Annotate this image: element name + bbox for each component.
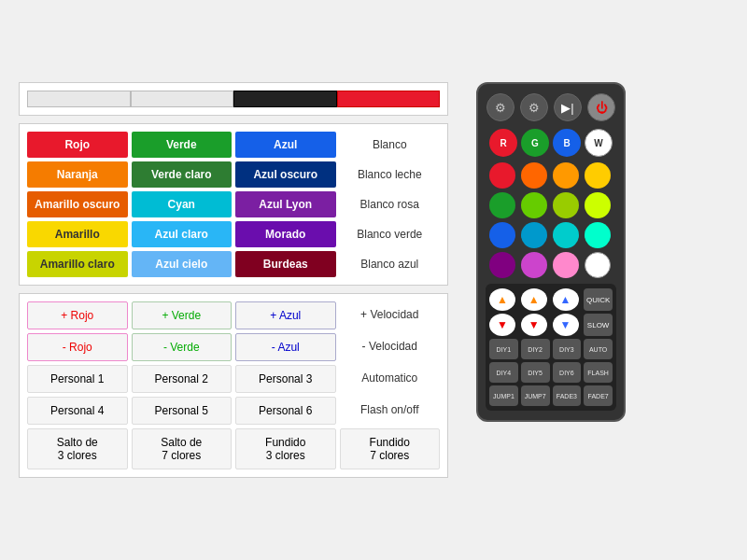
ctrl-button-4[interactable]: - Rojo (27, 333, 128, 361)
ctrl-button-17[interactable]: Salto de 7 clores (132, 428, 233, 469)
remote-auto-button[interactable]: AUTO (584, 339, 613, 359)
color-button-azul-lyon[interactable]: Azul Lyon (235, 191, 336, 217)
brillo-minus-button[interactable] (131, 91, 234, 107)
ctrl-button-18[interactable]: Fundido 3 clores (235, 428, 336, 469)
ctrl-label-3: + Velocidad (340, 301, 441, 329)
ctrl-label-7: - Velocidad (340, 333, 441, 361)
remote-jump1-button[interactable]: JUMP1 (489, 385, 518, 406)
ctrl-button-6[interactable]: - Azul (235, 333, 336, 361)
color-button-cyan[interactable]: Cyan (132, 191, 233, 217)
remote-color-dot-0[interactable] (489, 162, 515, 189)
color-button-burdeas[interactable]: Burdeas (235, 251, 336, 277)
ctrl-label-11: Automatico (340, 365, 441, 393)
color-button-amarillo-oscuro[interactable]: Amarillo oscuro (27, 191, 128, 217)
color-button-azul-oscuro[interactable]: Azul oscuro (235, 161, 336, 188)
color-button-azul[interactable]: Azul (235, 132, 336, 158)
ctrl-button-9[interactable]: Personal 2 (132, 365, 233, 393)
remote-color-dot-9[interactable] (521, 222, 547, 248)
remote-diy5-button[interactable]: DIY5 (521, 362, 550, 383)
remote-color-dot-10[interactable] (553, 222, 579, 248)
remote-color-dots (489, 162, 613, 278)
ctrl-label-15: Flash on/off (340, 397, 441, 425)
remote-color-dot-8[interactable] (489, 222, 515, 248)
remote-diy3-button[interactable]: DIY3 (553, 339, 582, 359)
remote-w-button[interactable]: W (585, 129, 613, 157)
main-container: RojoVerdeAzulBlancoNaranjaVerde claroAzu… (19, 82, 626, 478)
ctrl-button-12[interactable]: Personal 4 (27, 397, 128, 425)
ctrl-button-14[interactable]: Personal 6 (235, 397, 336, 425)
remote-color-dot-1[interactable] (521, 162, 547, 189)
remote-slow-button[interactable]: SLOW (584, 314, 613, 336)
ctrl-button-10[interactable]: Personal 3 (235, 365, 336, 393)
color-button-verde-claro[interactable]: Verde claro (132, 161, 233, 188)
remote-top-row: ⚙ ⚙ ▶| ⏻ (486, 93, 615, 121)
ctrl-button-8[interactable]: Personal 1 (27, 365, 128, 393)
remote-diy6-button[interactable]: DIY6 (553, 362, 582, 383)
remote-color-dot-15[interactable] (585, 252, 611, 278)
colors-section: RojoVerdeAzulBlancoNaranjaVerde claroAzu… (19, 123, 448, 286)
ctrl-button-16[interactable]: Salto de 3 clores (27, 428, 128, 469)
remote-up3-button[interactable]: ▲ (553, 288, 579, 311)
remote-jump7-button[interactable]: JUMP7 (521, 385, 550, 406)
remote-color-dot-12[interactable] (489, 252, 515, 278)
remote-diy4-button[interactable]: DIY4 (489, 362, 518, 383)
color-button-morado[interactable]: Morado (235, 221, 336, 247)
color-button-rojo[interactable]: Rojo (27, 132, 128, 158)
remote-flash-button[interactable]: FLASH (584, 362, 613, 383)
ctrl-button-0[interactable]: + Rojo (27, 301, 128, 329)
color-button-amarillo[interactable]: Amarillo (27, 221, 128, 247)
color-button-azul-claro[interactable]: Azul claro (132, 221, 233, 247)
remote-color-dot-6[interactable] (553, 192, 579, 218)
remote-diy2-button[interactable]: DIY2 (521, 339, 550, 359)
remote-arrow-section: ▲ ▲ ▲ QUICK ▼ ▼ ▼ SLOW DIY1 DIY2 DIY3 AU… (486, 284, 616, 411)
remote-control: ⚙ ⚙ ▶| ⏻ RGBW ▲ ▲ ▲ QUICK ▼ ▼ ▼ SLOW (476, 82, 626, 422)
remote-color-dot-5[interactable] (521, 192, 547, 218)
color-label-blanco-leche: Blanco leche (340, 161, 441, 188)
remote-r-button[interactable]: R (489, 129, 517, 157)
remote-color-dot-3[interactable] (585, 162, 611, 189)
color-label-blanco-azul: Blanco azul (340, 251, 441, 277)
remote-fade7-button[interactable]: FADE7 (584, 385, 613, 406)
remote-color-dot-7[interactable] (585, 192, 611, 218)
color-label-blanco: Blanco (340, 132, 441, 158)
ctrl-button-2[interactable]: + Azul (235, 301, 336, 329)
remote-color-dot-14[interactable] (553, 252, 579, 278)
on-off-button[interactable] (337, 91, 441, 107)
remote-color-dot-13[interactable] (521, 252, 547, 278)
remote-fade3-button[interactable]: FADE3 (553, 385, 582, 406)
controls-grid: + Rojo+ Verde+ Azul+ Velocidad- Rojo- Ve… (27, 301, 440, 469)
remote-up1-button[interactable]: ▲ (489, 288, 515, 311)
remote-b-button[interactable]: B (553, 129, 581, 157)
remote-down1-button[interactable]: ▼ (489, 314, 515, 336)
color-button-amarillo-claro[interactable]: Amarillo claro (27, 251, 128, 277)
remote-color-dot-4[interactable] (489, 192, 515, 218)
remote-play-button[interactable]: ▶| (554, 93, 582, 121)
remote-diy1-button[interactable]: DIY1 (489, 339, 518, 359)
control-panel: RojoVerdeAzulBlancoNaranjaVerde claroAzu… (19, 82, 448, 478)
ctrl-button-1[interactable]: + Verde (132, 301, 233, 329)
controls-section: + Rojo+ Verde+ Azul+ Velocidad- Rojo- Ve… (19, 293, 448, 478)
remote-down3-button[interactable]: ▼ (553, 314, 579, 336)
pause-play-button[interactable] (233, 91, 337, 107)
brillo-plus-button[interactable] (27, 91, 131, 107)
ctrl-button-13[interactable]: Personal 5 (132, 397, 233, 425)
color-button-azul-cielo[interactable]: Azul cielo (132, 251, 233, 277)
color-label-blanco-rosa: Blanco rosa (340, 191, 441, 217)
remote-color-dot-2[interactable] (553, 162, 579, 189)
remote-color-dot-11[interactable] (585, 222, 611, 248)
color-label-blanco-verde: Blanco verde (340, 221, 441, 247)
remote-down2-button[interactable]: ▼ (521, 314, 547, 336)
remote-up2-button[interactable]: ▲ (521, 288, 547, 311)
top-section (19, 82, 448, 116)
remote-rgbw-row: RGBW (489, 129, 613, 157)
color-button-verde[interactable]: Verde (132, 132, 233, 158)
ctrl-button-5[interactable]: - Verde (132, 333, 233, 361)
color-button-naranja[interactable]: Naranja (27, 161, 128, 188)
remote-settings2-button[interactable]: ⚙ (520, 93, 548, 121)
remote-settings1-button[interactable]: ⚙ (486, 93, 514, 121)
remote-power-button[interactable]: ⏻ (587, 93, 615, 121)
ctrl-button-19[interactable]: Fundido 7 clores (340, 428, 441, 469)
remote-quick-button[interactable]: QUICK (584, 288, 613, 311)
color-grid: RojoVerdeAzulBlancoNaranjaVerde claroAzu… (27, 132, 440, 277)
remote-g-button[interactable]: G (521, 129, 549, 157)
